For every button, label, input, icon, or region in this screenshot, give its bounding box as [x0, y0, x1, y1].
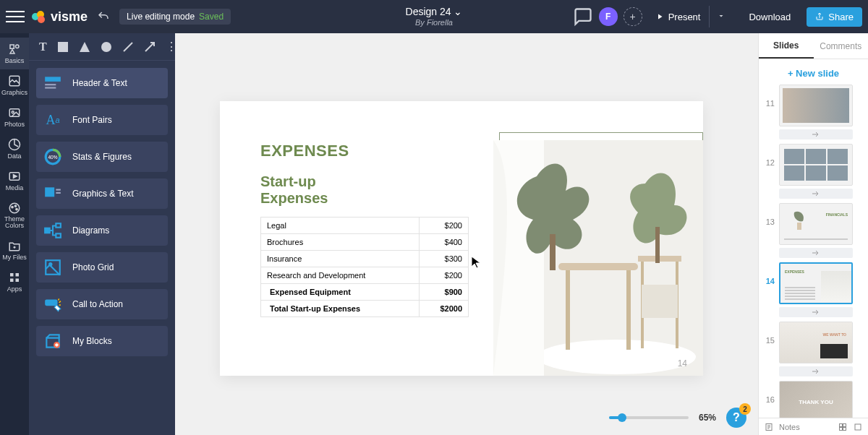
single-view-icon[interactable] — [854, 423, 862, 431]
expenses-block[interactable]: EXPENSES Start-up Expenses Legal$200 Bro… — [260, 142, 477, 317]
user-avatar[interactable]: F — [599, 7, 618, 26]
editing-mode-badge: Live editing mode Saved — [119, 9, 231, 25]
rail-photos[interactable]: Photos — [0, 101, 29, 133]
panel-font-pairs[interactable]: Aa Font Pairs — [36, 105, 168, 135]
svg-rect-23 — [45, 87, 56, 88]
document-title-block[interactable]: Design 24 ⌄ By Fiorella — [406, 7, 463, 26]
tab-slides[interactable]: Slides — [759, 33, 814, 59]
present-dropdown[interactable] — [709, 6, 733, 27]
table-row: Legal$200 — [261, 218, 469, 234]
slide-canvas[interactable]: EXPENSES Start-up Expenses Legal$200 Bro… — [220, 101, 703, 376]
panel-cta-label: Call to Action — [72, 299, 123, 309]
line-tool[interactable] — [122, 41, 134, 53]
brand-logo[interactable]: visme — [30, 8, 88, 25]
basics-panel: T ⋮ Header & Text Aa Font Pairs 40% Stat… — [29, 33, 175, 435]
notes-icon[interactable] — [765, 423, 773, 431]
svg-line-19 — [124, 43, 132, 51]
rect-tool[interactable] — [57, 41, 69, 53]
share-label: Share — [828, 12, 854, 22]
svg-rect-17 — [58, 42, 68, 52]
svg-rect-47 — [655, 227, 660, 263]
chat-icon[interactable] — [573, 7, 593, 27]
slide-heading[interactable]: EXPENSES — [260, 142, 477, 160]
slide-subheading[interactable]: Start-up Expenses — [260, 173, 477, 207]
chevron-down-icon: ⌄ — [454, 6, 462, 17]
share-button[interactable]: Share — [807, 7, 862, 27]
zoom-percent[interactable]: 65% — [699, 413, 716, 423]
thumb-15[interactable]: 15 WE WANT TO — [762, 322, 862, 376]
panel-photo-grid[interactable]: Photo Grid — [36, 252, 168, 283]
right-panel: Slides Comments + New slide 11 12 13 FIN… — [758, 33, 868, 435]
svg-rect-27 — [56, 189, 61, 191]
notes-label[interactable]: Notes — [779, 423, 800, 431]
svg-point-33 — [49, 263, 51, 265]
circle-tool[interactable] — [101, 41, 112, 53]
panel-graphics-text-label: Graphics & Text — [72, 189, 133, 199]
download-button[interactable]: Download — [739, 7, 801, 27]
rail-basics[interactable]: Basics — [0, 38, 29, 69]
triangle-tool[interactable] — [79, 41, 90, 53]
svg-text:40%: 40% — [48, 155, 57, 160]
thumb-13[interactable]: 13 FINANCIALS — [762, 203, 862, 258]
add-collaborator-button[interactable]: + — [624, 7, 642, 26]
svg-rect-30 — [56, 223, 61, 227]
rail-theme-colors-label: Theme Colors — [0, 216, 29, 229]
rail-theme-colors[interactable]: Theme Colors — [0, 197, 29, 234]
panel-cta[interactable]: Call to Action — [36, 289, 168, 319]
svg-rect-28 — [56, 192, 61, 194]
new-slide-button[interactable]: + New slide — [788, 68, 839, 79]
font-pairs-icon: Aa — [43, 111, 62, 129]
svg-rect-31 — [56, 233, 61, 237]
rail-my-files[interactable]: My Files — [0, 234, 29, 266]
present-button[interactable]: Present — [648, 7, 704, 27]
tab-comments[interactable]: Comments — [814, 33, 869, 59]
panel-my-blocks[interactable]: My Blocks — [36, 326, 168, 356]
rail-photos-label: Photos — [0, 121, 29, 128]
svg-point-37 — [537, 340, 696, 374]
thumb-16[interactable]: 16 THANK YOU — [762, 381, 862, 418]
panel-header-text[interactable]: Header & Text — [36, 68, 168, 98]
animation-icon[interactable] — [779, 366, 853, 376]
rail-apps-label: Apps — [0, 285, 29, 293]
undo-icon[interactable] — [93, 7, 114, 27]
thumb-12[interactable]: 12 — [762, 144, 862, 199]
table-row: Total Start-up Expenses$2000 — [261, 301, 469, 317]
help-button[interactable]: ? 2 — [726, 408, 746, 428]
topbar-right: F + Present Download Share — [573, 6, 862, 27]
rail-data[interactable]: Data — [0, 133, 29, 165]
rail-media[interactable]: Media — [0, 165, 29, 197]
panel-graphics-text[interactable]: Graphics & Text — [36, 178, 168, 209]
animation-icon[interactable] — [779, 189, 853, 199]
svg-point-4 — [16, 45, 20, 48]
text-tool[interactable]: T — [39, 40, 47, 53]
rail-apps[interactable]: Apps — [0, 266, 29, 298]
right-panel-tabs: Slides Comments — [759, 33, 868, 59]
animation-icon[interactable] — [779, 248, 853, 258]
topbar: visme Live editing mode Saved Design 24 … — [0, 0, 868, 33]
svg-rect-52 — [840, 427, 843, 430]
room-illustration — [493, 140, 703, 376]
panel-stats-figures[interactable]: 40% Stats & Figures — [36, 142, 168, 172]
grid-view-icon[interactable] — [838, 423, 848, 431]
panel-diagrams[interactable]: Diagrams — [36, 215, 168, 246]
svg-rect-29 — [45, 228, 49, 233]
svg-point-12 — [16, 208, 17, 210]
expenses-table[interactable]: Legal$200 Brochures$400 Insurance$300 Re… — [260, 217, 469, 317]
table-row: Expensed Equipment$900 — [261, 284, 469, 301]
animation-icon[interactable] — [779, 307, 853, 317]
main: Basics Graphics Photos Data Media Theme … — [0, 33, 868, 435]
canvas-area[interactable]: EXPENSES Start-up Expenses Legal$200 Bro… — [175, 33, 758, 435]
slide-photo[interactable] — [493, 140, 703, 376]
slide-thumbnails[interactable]: 11 12 13 FINANCIALS 14 — [759, 85, 868, 418]
zoom-slider[interactable] — [609, 416, 689, 419]
menu-button[interactable] — [6, 7, 25, 26]
rail-my-files-label: My Files — [0, 254, 29, 261]
arrow-tool[interactable] — [144, 41, 156, 53]
panel-header-text-label: Header & Text — [72, 78, 127, 88]
svg-rect-3 — [10, 45, 14, 48]
rail-graphics[interactable]: Graphics — [0, 69, 29, 101]
thumb-14[interactable]: 14 EXPENSES — [762, 262, 862, 317]
animation-icon[interactable] — [779, 129, 853, 139]
thumb-11[interactable]: 11 — [762, 85, 862, 139]
brand-text: visme — [51, 9, 88, 25]
